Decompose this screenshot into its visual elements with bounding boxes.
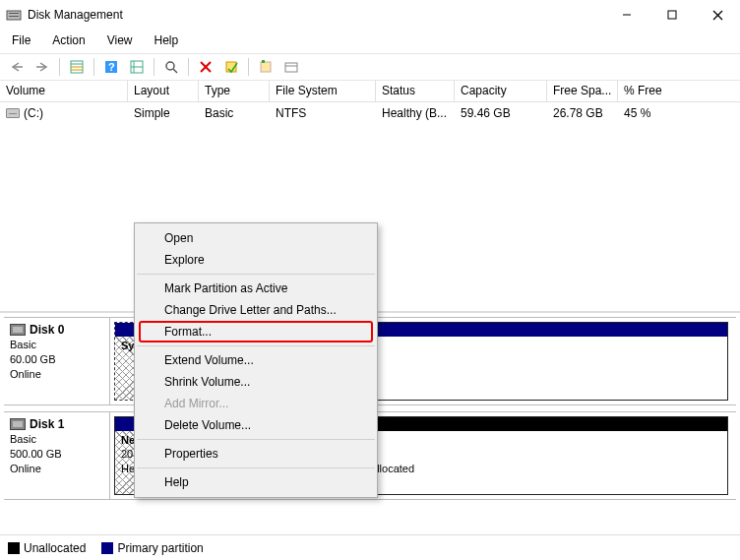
partition-size: B xyxy=(357,447,721,461)
menu-action[interactable]: Action xyxy=(48,31,89,49)
svg-rect-4 xyxy=(668,11,676,19)
col-layout[interactable]: Layout xyxy=(128,81,199,101)
refresh-button[interactable] xyxy=(126,56,148,78)
disk-info[interactable]: Disk 0 Basic 60.00 GB Online xyxy=(4,318,110,404)
partition-bar xyxy=(351,417,727,431)
menu-bar: File Action View Help xyxy=(0,30,740,53)
toolbar: ? xyxy=(0,53,740,81)
disk-info[interactable]: Disk 1 Basic 500.00 GB Online xyxy=(4,412,110,499)
settings-button[interactable] xyxy=(280,56,302,78)
maximize-button[interactable] xyxy=(649,0,695,30)
disk-icon xyxy=(10,418,26,430)
disk-size: 60.00 GB xyxy=(10,352,103,367)
volume-fs: NTFS xyxy=(270,104,376,122)
cm-format[interactable]: Format... xyxy=(139,321,373,342)
volume-list-header: Volume Layout Type File System Status Ca… xyxy=(0,81,740,102)
disk-state: Online xyxy=(10,367,103,382)
svg-point-18 xyxy=(166,62,174,70)
partition-status: Unallocated xyxy=(357,462,721,475)
toolbar-sep xyxy=(59,58,60,76)
partition[interactable] xyxy=(376,322,728,401)
volume-type: Basic xyxy=(199,104,270,122)
disk-name: Disk 0 xyxy=(30,322,64,338)
delete-button[interactable] xyxy=(195,56,216,78)
svg-rect-1 xyxy=(9,13,19,14)
volume-free: 26.78 GB xyxy=(547,104,618,122)
col-volume[interactable]: Volume xyxy=(0,81,128,101)
action-button[interactable] xyxy=(220,56,242,78)
legend-swatch-primary xyxy=(101,542,113,554)
title-bar: Disk Management xyxy=(0,0,740,30)
properties-button[interactable] xyxy=(255,56,277,78)
menu-file[interactable]: File xyxy=(8,31,34,49)
disk-state: Online xyxy=(10,462,103,476)
forward-button[interactable] xyxy=(31,56,53,78)
window-controls xyxy=(604,0,740,30)
col-type[interactable]: Type xyxy=(199,81,270,101)
cm-extend[interactable]: Extend Volume... xyxy=(135,349,377,371)
legend-swatch-unallocated xyxy=(8,542,20,554)
close-button[interactable] xyxy=(695,0,740,30)
volume-row[interactable]: (C:) Simple Basic NTFS Healthy (B... 59.… xyxy=(0,102,740,124)
cm-shrink[interactable]: Shrink Volume... xyxy=(135,371,377,393)
volume-layout: Simple xyxy=(128,104,199,122)
cm-change-letter[interactable]: Change Drive Letter and Paths... xyxy=(135,299,377,321)
partition-bar xyxy=(376,323,727,337)
menu-help[interactable]: Help xyxy=(151,31,183,49)
menu-view[interactable]: View xyxy=(103,31,137,49)
volume-status: Healthy (B... xyxy=(376,104,455,122)
show-hide-tree-button[interactable] xyxy=(66,56,88,78)
help-button[interactable]: ? xyxy=(100,56,122,78)
cm-properties[interactable]: Properties xyxy=(135,443,377,465)
context-menu: Open Explore Mark Partition as Active Ch… xyxy=(134,222,378,498)
disk-name: Disk 1 xyxy=(30,416,64,432)
volume-pct: 45 % xyxy=(618,104,716,122)
cm-sep xyxy=(137,345,375,346)
svg-rect-25 xyxy=(285,63,297,72)
minimize-button[interactable] xyxy=(604,0,649,30)
toolbar-sep xyxy=(188,58,189,76)
col-status[interactable]: Status xyxy=(376,81,455,101)
col-pct[interactable]: % Free xyxy=(618,81,716,101)
cm-mark-active[interactable]: Mark Partition as Active xyxy=(135,278,377,299)
disk-kind: Basic xyxy=(10,338,103,352)
toolbar-sep xyxy=(93,58,94,76)
disk-icon xyxy=(10,324,26,336)
col-free[interactable]: Free Spa... xyxy=(547,81,618,101)
legend-unallocated: Unallocated xyxy=(24,541,86,555)
disk-size: 500.00 GB xyxy=(10,447,103,462)
back-button[interactable] xyxy=(6,56,28,78)
volume-capacity: 59.46 GB xyxy=(455,104,547,122)
svg-rect-2 xyxy=(9,16,19,17)
rescan-button[interactable] xyxy=(160,56,182,78)
toolbar-sep xyxy=(154,58,154,76)
cm-delete[interactable]: Delete Volume... xyxy=(135,414,377,436)
svg-line-19 xyxy=(173,69,177,73)
cm-sep xyxy=(137,439,375,440)
col-capacity[interactable]: Capacity xyxy=(455,81,547,101)
toolbar-sep xyxy=(248,58,249,76)
cm-sep xyxy=(137,274,375,275)
partition[interactable]: B Unallocated xyxy=(350,416,728,495)
window-title: Disk Management xyxy=(28,8,604,22)
svg-rect-23 xyxy=(261,62,271,72)
app-icon xyxy=(6,7,22,23)
svg-rect-0 xyxy=(7,11,21,20)
volume-icon xyxy=(6,108,20,118)
legend: Unallocated Primary partition xyxy=(0,534,740,560)
col-filesystem[interactable]: File System xyxy=(270,81,376,101)
svg-text:?: ? xyxy=(108,61,115,73)
cm-open[interactable]: Open xyxy=(135,227,377,249)
cm-add-mirror[interactable]: Add Mirror... xyxy=(135,393,377,414)
cm-explore[interactable]: Explore xyxy=(135,249,377,271)
cm-help[interactable]: Help xyxy=(135,471,377,493)
disk-kind: Basic xyxy=(10,432,103,447)
cm-sep xyxy=(137,467,375,468)
legend-primary: Primary partition xyxy=(117,541,203,555)
volume-name: (C:) xyxy=(24,106,43,120)
svg-rect-24 xyxy=(262,60,265,63)
